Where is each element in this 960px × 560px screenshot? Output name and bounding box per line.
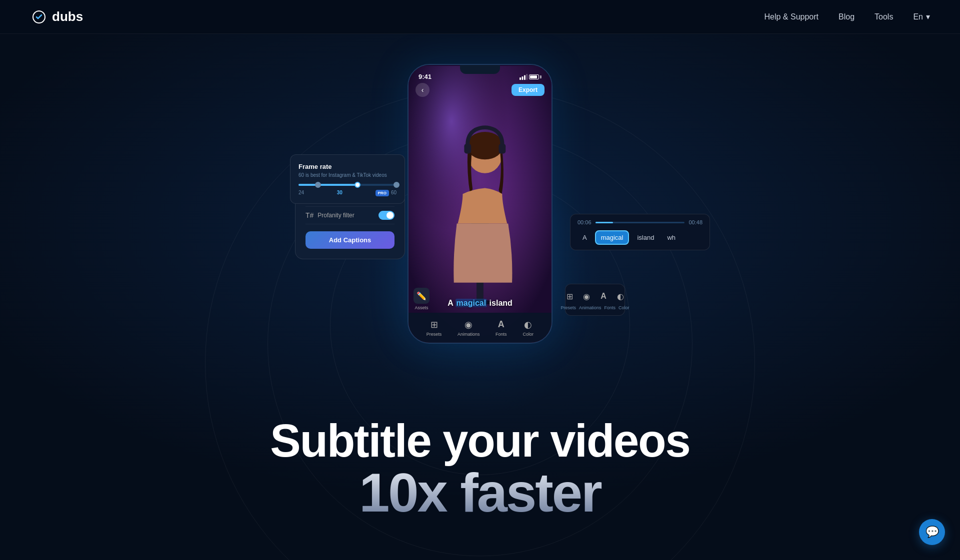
phone-status-icons xyxy=(520,74,542,80)
timeline-bar-fill xyxy=(596,222,614,223)
svg-rect-9 xyxy=(520,77,521,80)
phone-back-button[interactable]: ‹ xyxy=(416,83,430,97)
hero-section: Choose language 🅐 Language English (EN) … xyxy=(0,0,960,560)
svg-rect-12 xyxy=(526,74,528,80)
signal-icon xyxy=(520,74,528,80)
color-label: Color xyxy=(522,332,534,337)
frame-rate-slider-fill xyxy=(298,184,358,186)
subtitle-before: A xyxy=(448,299,455,307)
svg-rect-10 xyxy=(522,76,524,80)
phone-mockup: 9:41 xyxy=(408,64,552,344)
phone-top-bar: ‹ Export xyxy=(408,83,552,97)
nav-tools[interactable]: Tools xyxy=(874,12,893,21)
nav-blog[interactable]: Blog xyxy=(838,12,854,21)
profanity-row: T# Profanity filter xyxy=(306,207,394,224)
profanity-label: Profanity filter xyxy=(318,212,354,219)
panel-timeline: 00:06 00:48 A magical island wh xyxy=(570,214,710,250)
phone-bottom-toolbar: ⊞ Presets ◉ Animations A Fonts ◐ Color xyxy=(408,313,552,343)
frame-rate-thumb-active xyxy=(354,182,360,188)
pro-badge: PRO xyxy=(376,190,389,196)
navbar: dubs Help & Support Blog Tools En ▾ xyxy=(0,0,960,34)
presets-label: Presets xyxy=(426,332,442,337)
profanity-toggle[interactable] xyxy=(378,211,394,220)
frame-rate-slider[interactable] xyxy=(298,184,396,186)
phone-export-button[interactable]: Export xyxy=(512,84,544,96)
chat-icon: 💬 xyxy=(926,526,939,539)
phone-subtitle: A magical island xyxy=(408,299,552,308)
timeline-progress-bar[interactable] xyxy=(596,222,685,223)
headline-line-2: 10x faster xyxy=(0,465,960,520)
fonts-icon: A xyxy=(496,319,506,330)
rt-presets-icon[interactable]: ⊞ xyxy=(562,289,576,303)
svg-rect-8 xyxy=(498,144,506,154)
toolbar-color[interactable]: ◐ Color xyxy=(522,319,534,337)
rt-animations-icon[interactable]: ◉ xyxy=(580,289,594,303)
word-chip-magical[interactable]: magical xyxy=(595,230,630,245)
add-captions-button[interactable]: Add Captions xyxy=(306,231,394,249)
rt-color-label: Color xyxy=(618,305,630,310)
timeline-current-time: 00:06 xyxy=(578,219,592,225)
phone-assets[interactable]: ✏️ Assets xyxy=(414,288,430,310)
panel-frame-rate: Frame rate 60 is best for Instagram & Ti… xyxy=(290,154,405,204)
rt-fonts-label: Fonts xyxy=(604,305,616,310)
word-chip-wh[interactable]: wh xyxy=(662,231,680,244)
language-selector[interactable]: En ▾ xyxy=(913,12,930,21)
toggle-knob xyxy=(386,212,394,219)
battery-icon xyxy=(529,74,542,79)
language-current: En xyxy=(913,12,923,21)
logo[interactable]: dubs xyxy=(30,8,83,26)
timeline-time: 00:06 00:48 xyxy=(578,219,702,225)
toolbar-animations[interactable]: ◉ Animations xyxy=(458,319,480,337)
panel-right-tools: ⊞ ◉ A ◐ Presets Animations Fonts Color xyxy=(565,284,625,316)
svg-point-6 xyxy=(466,132,503,159)
animations-label: Animations xyxy=(458,332,480,337)
subtitle-highlight: magical xyxy=(456,299,488,307)
timeline-words: A magical island wh xyxy=(578,230,702,245)
svg-rect-11 xyxy=(524,75,526,80)
toolbar-presets[interactable]: ⊞ Presets xyxy=(426,319,442,337)
timeline-total-time: 00:48 xyxy=(688,219,702,225)
rt-animations-label: Animations xyxy=(579,305,602,310)
toolbar-fonts[interactable]: A Fonts xyxy=(496,319,507,337)
phone-time: 9:41 xyxy=(418,73,432,80)
frame-rate-label-30: 30 xyxy=(337,190,342,195)
nav-help-support[interactable]: Help & Support xyxy=(764,12,819,21)
svg-rect-7 xyxy=(464,144,471,154)
frame-rate-label-60-wrap: PRO60 xyxy=(376,190,396,195)
profanity-row-left: T# Profanity filter xyxy=(306,211,354,219)
logo-text: dubs xyxy=(52,9,83,24)
rt-presets-label: Presets xyxy=(560,305,576,310)
subtitle-after: island xyxy=(487,299,512,307)
rt-fonts-icon[interactable]: A xyxy=(596,289,610,303)
headline-line-1: Subtitle your videos xyxy=(0,417,960,465)
chat-widget[interactable]: 💬 xyxy=(919,519,945,545)
fonts-label: Fonts xyxy=(496,332,507,337)
frame-rate-label-24: 24 xyxy=(298,190,304,195)
chevron-down-icon: ▾ xyxy=(926,12,930,21)
hero-headline: Subtitle your videos 10x faster xyxy=(0,417,960,520)
frame-rate-thumb-end xyxy=(394,182,400,188)
frame-rate-labels: 24 30 PRO60 xyxy=(298,190,396,195)
word-chip-island[interactable]: island xyxy=(632,231,659,244)
hero-content: Choose language 🅐 Language English (EN) … xyxy=(0,34,960,344)
right-tools-labels: Presets Animations Fonts Color xyxy=(570,305,620,310)
color-icon: ◐ xyxy=(522,319,534,330)
animations-icon: ◉ xyxy=(463,319,474,330)
nav-links: Help & Support Blog Tools En ▾ xyxy=(764,12,930,21)
frame-rate-title: Frame rate xyxy=(298,163,396,170)
right-tools-row: ⊞ ◉ A ◐ xyxy=(562,289,628,303)
word-chip-a[interactable]: A xyxy=(578,231,592,244)
frame-rate-subtitle: 60 is best for Instagram & TikTok videos xyxy=(298,172,396,178)
frame-rate-thumb-start xyxy=(315,182,321,188)
assets-icon: ✏️ xyxy=(414,288,430,304)
rt-color-icon[interactable]: ◐ xyxy=(614,289,628,303)
assets-label: Assets xyxy=(414,305,428,310)
profanity-icon: T# xyxy=(306,211,314,219)
presets-icon: ⊞ xyxy=(428,319,440,330)
